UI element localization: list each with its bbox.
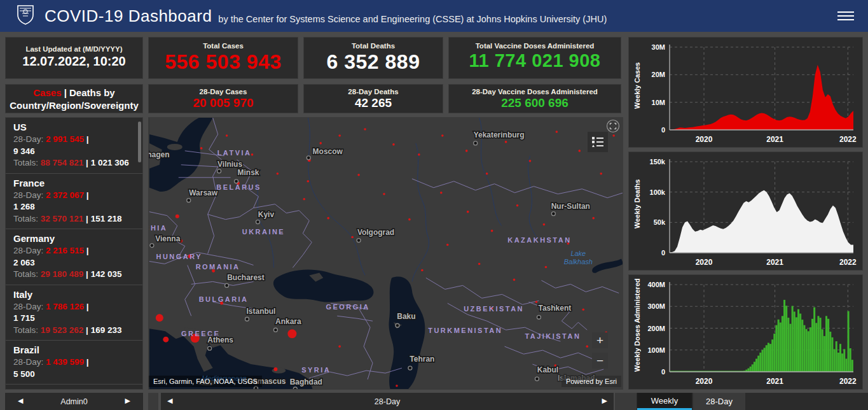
case-dot[interactable] <box>582 309 584 311</box>
case-dot[interactable] <box>486 173 488 175</box>
weekly-doses-axis-title: Weekly Doses Administered <box>632 275 642 375</box>
case-dot[interactable] <box>273 367 277 371</box>
country-28day-line: 28-Day: 1 439 599 |5 500 <box>13 357 136 380</box>
zoom-out-button[interactable]: − <box>592 353 608 369</box>
world-map[interactable]: LATVIABELARUSUKRAINECHIAHUNGARYROMANIABU… <box>148 117 623 390</box>
case-dot[interactable] <box>441 134 444 137</box>
case-dot[interactable] <box>529 160 532 162</box>
country-list-item[interactable]: Germany28-Day: 2 216 515 |2 063Totals: 2… <box>6 229 142 285</box>
case-dot[interactable] <box>287 329 296 338</box>
day28-deaths-value: 42 265 <box>304 96 443 110</box>
case-dot[interactable] <box>516 204 519 207</box>
legend-icon[interactable] <box>588 132 608 152</box>
case-dot[interactable] <box>357 174 360 176</box>
tabstrip-spacer <box>615 393 637 410</box>
country-list-item[interactable]: Brazil28-Day: 1 439 599 |5 500 <box>6 341 142 385</box>
country-totals-line: Totals: 19 523 262 | 169 233 <box>13 325 136 337</box>
city-label: Tashkent <box>539 304 572 313</box>
country-name: Germany <box>13 232 136 245</box>
day28-cases-value: 20 005 970 <box>149 96 298 110</box>
case-dot[interactable] <box>392 143 395 146</box>
total-vaccine-value: 11 774 021 908 <box>449 50 621 71</box>
country-list-item[interactable]: France28-Day: 2 372 067 |1 268Totals: 32… <box>6 174 142 230</box>
country-28day-line: 28-Day: 2 372 067 |1 268 <box>13 190 136 213</box>
case-dot[interactable] <box>440 192 443 194</box>
case-dot[interactable] <box>578 150 581 152</box>
svg-text:2020: 2020 <box>696 258 713 267</box>
weekly-cases-plot[interactable]: 010M20M30M202020212022 <box>629 38 862 147</box>
country-list-scrollbar[interactable] <box>138 122 141 162</box>
case-dot[interactable] <box>418 153 420 156</box>
case-dot[interactable] <box>513 279 516 281</box>
case-dot[interactable] <box>307 180 309 183</box>
case-dot[interactable] <box>491 230 493 232</box>
map-pager-label: 28-Day <box>375 397 400 406</box>
case-dot[interactable] <box>421 269 424 272</box>
weekly-doses-chart: Weekly Doses Administered 0100M200M300M4… <box>628 274 863 390</box>
case-dot[interactable] <box>338 345 341 348</box>
case-dot[interactable] <box>586 345 588 348</box>
case-dot[interactable] <box>396 385 398 387</box>
tab-weekly[interactable]: Weekly <box>637 393 692 410</box>
city-dot <box>474 141 478 145</box>
case-dot[interactable] <box>556 131 558 133</box>
case-dot[interactable] <box>600 173 602 175</box>
day28-vaccine-card: 28-Day Vaccine Doses Administered 225 60… <box>448 84 621 113</box>
case-dot[interactable] <box>163 337 169 343</box>
weekly-doses-administered-plot[interactable]: 0100M200M300M400M202020212022 <box>629 275 862 389</box>
map-pager-next-icon[interactable]: ▶ <box>602 397 607 405</box>
case-dot[interactable] <box>364 128 366 131</box>
admin-pager-prev-icon[interactable]: ◀ <box>18 397 23 405</box>
total-deaths-title: Total Deaths <box>304 42 443 50</box>
case-dot[interactable] <box>277 173 279 175</box>
case-dot[interactable] <box>612 134 615 137</box>
country-list[interactable]: US28-Day: 2 991 545 |9 346Totals: 88 754… <box>5 117 143 390</box>
case-dot[interactable] <box>467 211 469 213</box>
case-dot[interactable] <box>319 142 322 145</box>
total-cases-card: Total Cases 556 503 943 <box>148 37 298 79</box>
case-dot[interactable] <box>465 150 468 152</box>
list-header-cases: Cases <box>33 87 61 98</box>
case-dot[interactable] <box>156 314 163 322</box>
country-name: US <box>13 121 136 134</box>
case-dot[interactable] <box>535 301 538 304</box>
case-dot[interactable] <box>543 223 546 226</box>
case-dot[interactable] <box>408 218 411 221</box>
case-dot[interactable] <box>200 147 203 150</box>
city-label: hagen <box>149 150 169 159</box>
case-dot[interactable] <box>383 193 385 195</box>
admin-pager-next-icon[interactable]: ▶ <box>125 397 130 405</box>
weekly-deaths-plot[interactable]: 050k100k150k202020212022 <box>629 152 862 270</box>
case-dot[interactable] <box>592 217 595 220</box>
country-list-item[interactable]: US28-Day: 2 991 545 |9 346Totals: 88 754… <box>6 118 142 174</box>
case-dot[interactable] <box>303 198 306 201</box>
case-dot[interactable] <box>226 134 228 137</box>
water-label: Lake <box>570 250 586 257</box>
case-dot[interactable] <box>338 134 341 137</box>
zoom-in-button[interactable]: + <box>592 332 608 348</box>
city-label: Nur-Sultan <box>551 202 590 211</box>
city-label: Tehran <box>410 355 434 364</box>
map-canvas[interactable]: LATVIABELARUSUKRAINECHIAHUNGARYROMANIABU… <box>149 118 623 390</box>
case-dot[interactable] <box>478 263 481 265</box>
case-dot[interactable] <box>176 215 179 218</box>
menu-icon[interactable] <box>837 9 854 23</box>
country-label: UKRAINE <box>242 228 285 236</box>
city-dot <box>408 366 412 370</box>
city-label: Minsk <box>238 168 259 177</box>
last-updated-card: Last Updated at (M/D/YYYY) 12.07.2022, 1… <box>5 37 143 79</box>
map-pager-prev-icon[interactable]: ◀ <box>167 397 172 405</box>
case-dot[interactable] <box>545 266 548 269</box>
country-list-item[interactable]: Italy28-Day: 1 786 126 |1 715Totals: 19 … <box>6 285 142 341</box>
country-label: ROMANIA <box>196 263 240 271</box>
tab-28day[interactable]: 28-Day <box>693 393 745 410</box>
case-dot[interactable] <box>505 141 507 143</box>
case-dot[interactable] <box>351 236 354 239</box>
case-dot[interactable] <box>446 244 449 246</box>
country-label: TAJIKISTAN <box>525 332 581 340</box>
day28-deaths-card: 28-Day Deaths 42 265 <box>303 84 443 113</box>
water-label: Balkhash <box>564 258 593 265</box>
city-dot <box>187 199 191 202</box>
case-dot[interactable] <box>327 217 329 220</box>
country-name: France <box>13 177 136 190</box>
